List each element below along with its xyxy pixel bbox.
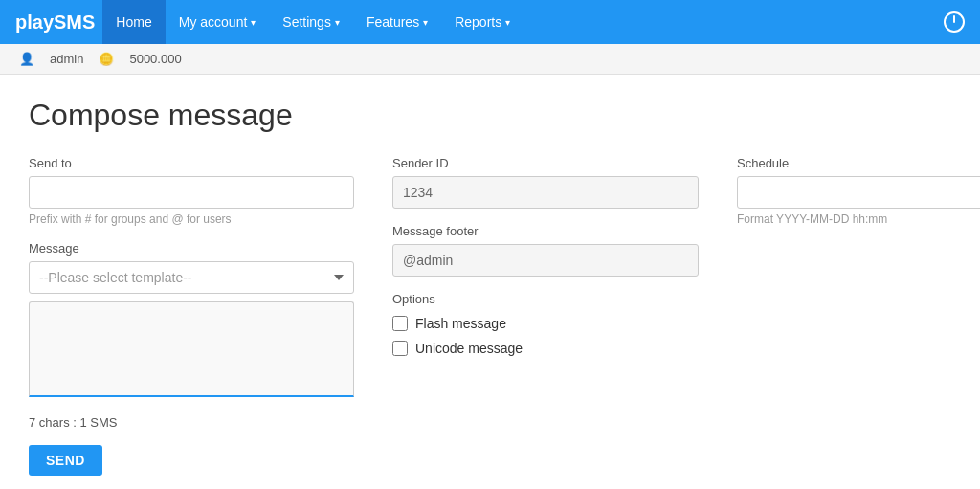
nav-items: Home My account ▾ Settings ▾ Features ▾ … [102, 0, 944, 44]
nav-features-label: Features [367, 14, 419, 30]
flash-message-label: Flash message [415, 316, 506, 331]
col-schedule: Schedule 📅 Format YYYY-MM-DD hh:mm [737, 156, 980, 241]
message-group: Message --Please select template-- [29, 241, 354, 400]
send-to-hint: Prefix with # for groups and @ for users [29, 212, 354, 226]
message-textarea[interactable] [29, 301, 354, 397]
options-label: Options [392, 292, 699, 306]
navbar: playSMS Home My account ▾ Settings ▾ Fea… [0, 0, 980, 44]
unicode-message-option: Unicode message [392, 341, 699, 356]
nav-item-features[interactable]: Features ▾ [353, 0, 441, 44]
credit-icon: 🪙 [99, 52, 114, 66]
nav-item-myaccount[interactable]: My account ▾ [166, 0, 270, 44]
send-button[interactable]: SEND [29, 445, 102, 476]
nav-myaccount-label: My account [179, 14, 248, 30]
info-bar: 👤 admin 🪙 5000.000 [0, 44, 980, 75]
navbar-right [944, 11, 965, 33]
settings-caret-icon: ▾ [335, 17, 340, 28]
reports-caret-icon: ▾ [505, 17, 510, 28]
flash-message-option: Flash message [392, 316, 699, 331]
sender-id-input[interactable] [392, 176, 699, 209]
nav-item-settings[interactable]: Settings ▾ [269, 0, 353, 44]
schedule-group: Schedule 📅 Format YYYY-MM-DD hh:mm [737, 156, 980, 226]
sender-id-group: Sender ID [392, 156, 699, 209]
options-group: Options Flash message Unicode message [392, 292, 699, 356]
compose-form: Send to Prefix with # for groups and @ f… [29, 156, 951, 476]
nav-home-label: Home [116, 14, 151, 30]
app-brand: playSMS [15, 11, 95, 33]
nav-settings-label: Settings [282, 14, 331, 30]
nav-item-home[interactable]: Home [102, 0, 165, 44]
send-to-input[interactable] [29, 176, 354, 209]
main-content: Compose message Send to Prefix with # fo… [0, 75, 980, 489]
send-to-label: Send to [29, 156, 354, 170]
unicode-message-checkbox[interactable] [392, 341, 408, 356]
myaccount-caret-icon: ▾ [251, 17, 256, 28]
schedule-input-wrap: 📅 [737, 176, 980, 209]
col-sendto-message: Send to Prefix with # for groups and @ f… [29, 156, 354, 476]
flash-message-checkbox[interactable] [392, 316, 408, 331]
unicode-message-label: Unicode message [415, 341, 523, 356]
page-title: Compose message [29, 98, 951, 133]
col-sender-options: Sender ID Message footer Options Flash m… [392, 156, 699, 371]
username: admin [50, 52, 83, 66]
send-to-group: Send to Prefix with # for groups and @ f… [29, 156, 354, 226]
message-footer-input[interactable] [392, 244, 699, 277]
nav-reports-label: Reports [455, 14, 501, 30]
user-icon: 👤 [19, 52, 34, 66]
credit-value: 5000.000 [129, 52, 181, 66]
message-footer-label: Message footer [392, 224, 699, 238]
message-footer-group: Message footer [392, 224, 699, 277]
power-icon[interactable] [944, 11, 965, 33]
char-count: 7 chars : 1 SMS [29, 415, 354, 430]
sender-id-label: Sender ID [392, 156, 699, 170]
template-select[interactable]: --Please select template-- [29, 261, 354, 294]
schedule-format-hint: Format YYYY-MM-DD hh:mm [737, 212, 980, 226]
features-caret-icon: ▾ [423, 17, 428, 28]
nav-item-reports[interactable]: Reports ▾ [441, 0, 523, 44]
schedule-label: Schedule [737, 156, 980, 170]
message-label: Message [29, 241, 354, 256]
schedule-input[interactable] [737, 176, 980, 209]
